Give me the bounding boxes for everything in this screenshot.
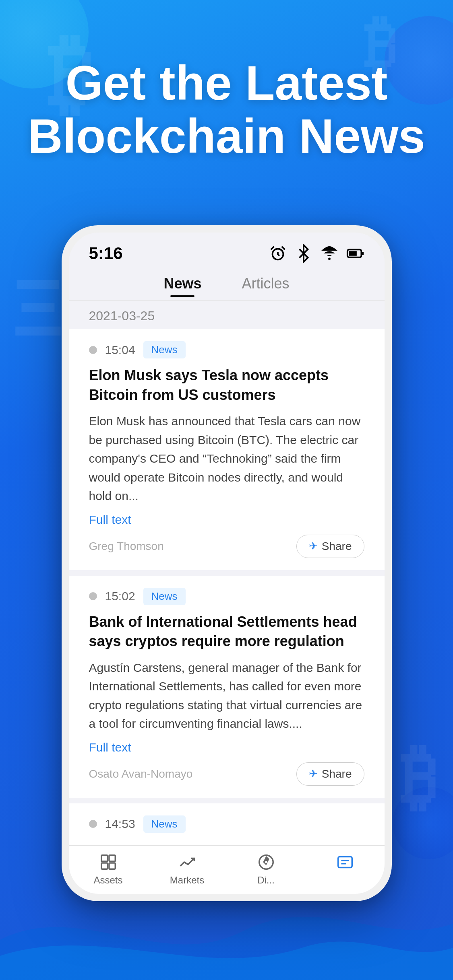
news-footer-1: Greg Thomson ✈ Share [89, 535, 364, 558]
bottom-nav: Assets Markets Di... [69, 845, 385, 894]
nav-item-markets[interactable]: Markets [163, 853, 211, 886]
tab-news[interactable]: News [163, 275, 201, 297]
svg-point-3 [328, 258, 331, 260]
nav-item-assets[interactable]: Assets [84, 853, 132, 886]
svg-line-1 [271, 247, 274, 250]
nav-item-news[interactable] [321, 853, 369, 871]
battery-icon [346, 244, 364, 263]
svg-marker-11 [263, 856, 269, 865]
news-excerpt-1: Elon Musk has announced that Tesla cars … [89, 412, 364, 506]
tab-articles[interactable]: Articles [242, 275, 290, 297]
content-area: 2021-03-25 15:04 News Elon Musk says Tes… [69, 301, 385, 845]
news-time-2: 15:02 [105, 589, 135, 603]
news-dot-1 [89, 346, 97, 354]
share-icon-1: ✈ [309, 540, 318, 552]
news-tag-3: News [143, 815, 186, 833]
news-meta-1: 15:04 News [89, 341, 364, 358]
alarm-icon [269, 244, 287, 263]
share-icon-2: ✈ [309, 768, 318, 780]
svg-rect-7 [109, 855, 115, 861]
news-fulltext-1[interactable]: Full text [89, 513, 364, 527]
bg-crypto-icon-3: Ξ [12, 261, 64, 354]
news-card-3-partial: 14:53 News [69, 803, 385, 845]
phone-mockup: 5:16 [62, 225, 392, 901]
share-button-1[interactable]: ✈ Share [296, 535, 364, 558]
tab-bar: News Articles [69, 267, 385, 301]
svg-rect-13 [338, 857, 352, 868]
hero-title: Get the Latest Blockchain News [24, 56, 429, 163]
bluetooth-icon [294, 244, 313, 263]
share-button-2[interactable]: ✈ Share [296, 762, 364, 786]
news-time-1: 15:04 [105, 343, 135, 357]
phone-outer: 5:16 [62, 225, 392, 901]
news-time-3: 14:53 [105, 817, 135, 831]
svg-rect-6 [101, 855, 107, 861]
markets-icon [178, 853, 197, 871]
news-footer-2: Osato Avan-Nomayo ✈ Share [89, 762, 364, 786]
news-author-2: Osato Avan-Nomayo [89, 768, 193, 780]
wifi-icon [320, 244, 339, 263]
status-icons [269, 244, 364, 263]
news-tag-2: News [143, 588, 186, 605]
nav-label-markets: Markets [170, 875, 204, 886]
status-time: 5:16 [89, 244, 123, 263]
discover-icon [257, 853, 275, 871]
news-dot-3 [89, 820, 97, 828]
news-meta-3: 14:53 News [89, 815, 364, 833]
news-fulltext-2[interactable]: Full text [89, 741, 364, 754]
news-card-2: 15:02 News Bank of International Settlem… [69, 576, 385, 798]
status-bar: 5:16 [69, 233, 385, 267]
svg-point-12 [265, 861, 267, 863]
nav-label-discover: Di... [257, 875, 275, 886]
phone-screen: 5:16 [69, 233, 385, 894]
news-list: 15:04 News Elon Musk says Tesla now acce… [69, 329, 385, 845]
news-title-2: Bank of International Settlements head s… [89, 612, 364, 651]
date-header: 2021-03-25 [69, 301, 385, 329]
nav-item-discover[interactable]: Di... [242, 853, 290, 886]
news-title-1: Elon Musk says Tesla now accepts Bitcoin… [89, 366, 364, 405]
svg-rect-9 [109, 863, 115, 869]
news-card-1: 15:04 News Elon Musk says Tesla now acce… [69, 329, 385, 570]
svg-rect-8 [101, 863, 107, 869]
news-tag-1: News [143, 341, 186, 358]
svg-line-2 [281, 247, 285, 250]
bg-crypto-icon-4: ₿ [401, 736, 437, 819]
hero-section: Get the Latest Blockchain News [0, 56, 453, 163]
news-nav-icon [336, 853, 354, 871]
news-author-1: Greg Thomson [89, 540, 164, 553]
hero-line1: Get the Latest [24, 56, 429, 109]
news-excerpt-2: Agustín Carstens, general manager of the… [89, 659, 364, 733]
hero-line2: Blockchain News [24, 109, 429, 163]
assets-icon [99, 853, 118, 871]
news-dot-2 [89, 592, 97, 600]
svg-rect-5 [349, 251, 356, 256]
nav-label-assets: Assets [93, 875, 122, 886]
news-meta-2: 15:02 News [89, 588, 364, 605]
